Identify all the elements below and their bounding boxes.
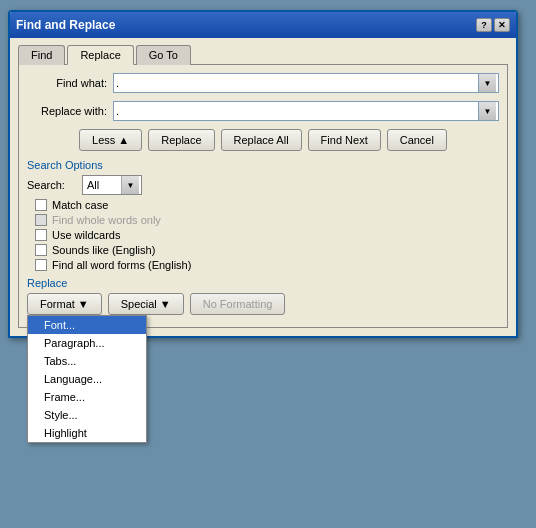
checkbox-sounds-like[interactable]: Sounds like (English)	[27, 244, 499, 256]
wildcards-checkbox[interactable]	[35, 229, 47, 241]
replace-section-label: Replace	[27, 277, 499, 289]
replace-button[interactable]: Replace	[148, 129, 214, 151]
less-button[interactable]: Less ▲	[79, 129, 142, 151]
menu-item-paragraph[interactable]: Paragraph...	[28, 334, 146, 352]
replace-with-dropdown-arrow[interactable]: ▼	[478, 102, 496, 120]
find-what-row: Find what: . ▼	[27, 73, 499, 93]
find-replace-dialog: Find and Replace ? ✕ Find Replace Go To …	[8, 10, 518, 338]
find-what-input[interactable]: . ▼	[113, 73, 499, 93]
format-button-container: Format ▼ Font... Paragraph... Tabs... La…	[27, 293, 102, 315]
main-buttons-row: Less ▲ Replace Replace All Find Next Can…	[27, 129, 499, 151]
search-dropdown-arrow[interactable]: ▼	[121, 176, 139, 194]
title-bar-buttons: ? ✕	[476, 18, 510, 32]
search-options-title: Search Options	[27, 159, 499, 171]
search-row: Search: All ▼	[27, 175, 499, 195]
checkbox-match-case[interactable]: Match case	[27, 199, 499, 211]
menu-item-language[interactable]: Language...	[28, 370, 146, 388]
replace-with-label: Replace with:	[27, 105, 107, 117]
title-bar: Find and Replace ? ✕	[10, 12, 516, 38]
match-case-checkbox[interactable]	[35, 199, 47, 211]
cancel-button[interactable]: Cancel	[387, 129, 447, 151]
whole-words-label: Find whole words only	[52, 214, 161, 226]
replace-with-input[interactable]: . ▼	[113, 101, 499, 121]
tab-find[interactable]: Find	[18, 45, 65, 65]
find-what-dropdown-arrow[interactable]: ▼	[478, 74, 496, 92]
format-area: Format ▼ Font... Paragraph... Tabs... La…	[27, 293, 499, 315]
sounds-like-label: Sounds like (English)	[52, 244, 155, 256]
menu-item-highlight[interactable]: Highlight	[28, 424, 146, 442]
replace-with-row: Replace with: . ▼	[27, 101, 499, 121]
find-what-label: Find what:	[27, 77, 107, 89]
search-label: Search:	[27, 179, 82, 191]
tab-content: Find what: . ▼ Replace with: . ▼ Less ▲	[18, 64, 508, 328]
find-what-value: .	[116, 77, 119, 89]
help-button[interactable]: ?	[476, 18, 492, 32]
find-next-button[interactable]: Find Next	[308, 129, 381, 151]
format-button[interactable]: Format ▼	[27, 293, 102, 315]
format-dropdown-menu: Font... Paragraph... Tabs... Language...…	[27, 315, 147, 443]
word-forms-checkbox[interactable]	[35, 259, 47, 271]
word-forms-label: Find all word forms (English)	[52, 259, 191, 271]
format-buttons-row: Format ▼ Font... Paragraph... Tabs... La…	[27, 293, 499, 315]
checkbox-wildcards[interactable]: Use wildcards	[27, 229, 499, 241]
replace-with-value: .	[116, 105, 119, 117]
tab-replace[interactable]: Replace	[67, 45, 133, 65]
no-formatting-button[interactable]: No Formatting	[190, 293, 286, 315]
dialog-title: Find and Replace	[16, 18, 115, 32]
search-select[interactable]: All ▼	[82, 175, 142, 195]
dialog-body: Find Replace Go To Find what: . ▼ Replac…	[10, 38, 516, 336]
special-button[interactable]: Special ▼	[108, 293, 184, 315]
menu-item-frame[interactable]: Frame...	[28, 388, 146, 406]
whole-words-checkbox	[35, 214, 47, 226]
search-select-value: All	[85, 179, 121, 191]
menu-item-font[interactable]: Font...	[28, 316, 146, 334]
tabs-container: Find Replace Go To	[18, 45, 508, 65]
wildcards-label: Use wildcards	[52, 229, 120, 241]
match-case-label: Match case	[52, 199, 108, 211]
menu-item-tabs[interactable]: Tabs...	[28, 352, 146, 370]
sounds-like-checkbox[interactable]	[35, 244, 47, 256]
close-button[interactable]: ✕	[494, 18, 510, 32]
menu-item-style[interactable]: Style...	[28, 406, 146, 424]
checkbox-whole-words: Find whole words only	[27, 214, 499, 226]
tab-goto[interactable]: Go To	[136, 45, 191, 65]
replace-all-button[interactable]: Replace All	[221, 129, 302, 151]
checkbox-word-forms[interactable]: Find all word forms (English)	[27, 259, 499, 271]
